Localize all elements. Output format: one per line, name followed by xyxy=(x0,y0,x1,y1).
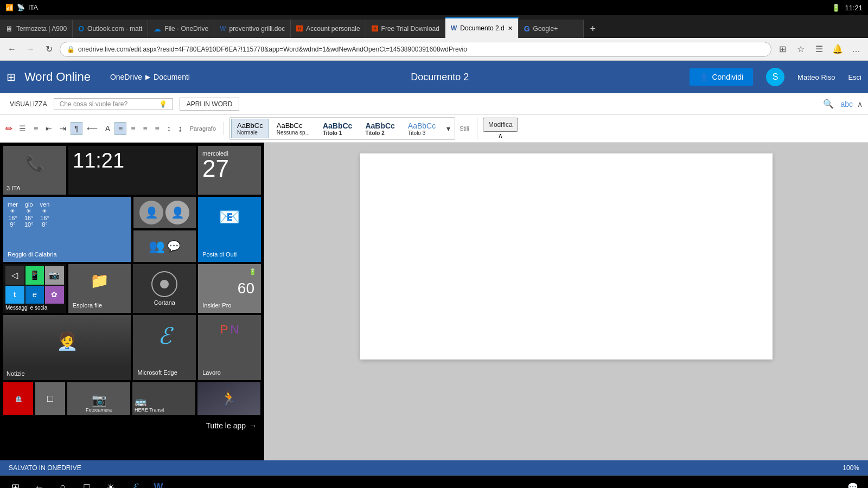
weather-mer-low: 9° xyxy=(10,221,16,228)
ribbon-search-box[interactable]: Che cosa si vuole fare? 💡 xyxy=(54,98,173,110)
ribbon-expand-icon[interactable]: ∧ xyxy=(498,132,503,139)
styles-dropdown-button[interactable]: ▾ xyxy=(443,123,454,134)
justify-button[interactable]: ≡ xyxy=(152,123,163,134)
weather-ven-icon: ☀ xyxy=(42,208,47,215)
modifica-button[interactable]: Modifica xyxy=(483,118,518,132)
tile-lavoro[interactable]: P N Lavoro xyxy=(198,315,261,380)
styles-group: AaBbCc Normale AaBbCc Nessuna sp... AaBb… xyxy=(229,117,455,140)
tile-message[interactable]: 👥 💬 xyxy=(133,230,196,262)
increase-indent-button[interactable]: ⇥ xyxy=(56,123,69,134)
share-icon: 👤 xyxy=(699,73,709,81)
favorites-button[interactable]: ☆ xyxy=(793,42,808,57)
tab-close-icon[interactable]: ✕ xyxy=(508,25,513,32)
twitter-icon: t xyxy=(14,290,16,299)
notifications-button[interactable]: 🔔 xyxy=(830,42,845,57)
here-icon: 🚌 xyxy=(135,395,146,407)
tile-calendar[interactable]: mercoledì 27 xyxy=(198,146,261,195)
ribbon-abc-icon[interactable]: abc xyxy=(838,98,855,111)
font-color-button[interactable]: A xyxy=(102,123,113,134)
tile-clock[interactable]: 11:21 xyxy=(68,146,196,195)
brightness-taskbar-button[interactable]: ☀ xyxy=(100,477,122,489)
tab-documento2[interactable]: W Documento 2.d ✕ xyxy=(445,17,519,38)
style-titolo2[interactable]: AaBbCc Titolo 2 xyxy=(360,119,400,138)
toolbar-icons: ⊞ ☆ ☰ 🔔 … xyxy=(775,42,864,57)
back-button[interactable]: ← xyxy=(4,42,20,57)
tile-fotocamera[interactable]: 📷 Fotocamera xyxy=(67,382,130,415)
tab-preventivo-label: preventivo grilli.doc xyxy=(229,25,285,33)
ribbon-search-icon[interactable]: 🔍 xyxy=(821,97,836,111)
browser-tabs: 🖥 Termozeta | A900 O Outlook.com - matt … xyxy=(0,15,868,38)
view-taskbar-button[interactable]: □ xyxy=(76,477,98,489)
posta-icon: 📧 xyxy=(219,207,240,227)
tab-outlook[interactable]: O Outlook.com - matt xyxy=(73,20,148,38)
share-button[interactable]: 👤 Condividi xyxy=(690,68,753,86)
tile-posta[interactable]: 📧 Posta di Outl xyxy=(198,197,261,262)
open-word-button[interactable]: APRI IN WORD xyxy=(180,98,240,111)
line-spacing-button[interactable]: ↕ xyxy=(164,123,174,134)
tile-notizie[interactable]: 🧑‍💼 Notizie xyxy=(3,315,131,380)
tab-account[interactable]: 🅰 Account personale xyxy=(291,20,366,38)
tab-google[interactable]: G Google+ xyxy=(519,20,584,38)
notification-button[interactable]: 💬 xyxy=(842,477,864,489)
hub-button[interactable]: ☰ xyxy=(812,42,827,57)
tile-edge[interactable]: ℰ Microsoft Edge xyxy=(133,315,196,380)
rtl-button[interactable]: ⟵ xyxy=(84,123,101,134)
paragraph-mark-button[interactable]: ¶ xyxy=(71,122,82,135)
style-titolo3[interactable]: AaBbCc Titolo 3 xyxy=(403,119,441,138)
edge-taskbar-button[interactable]: ℰ xyxy=(124,477,145,489)
style-titolo1[interactable]: AaBbCc Titolo 1 xyxy=(317,119,358,138)
style-normale[interactable]: AaBbCc Normale xyxy=(231,119,269,138)
style-nessuna[interactable]: AaBbCc Nessuna sp... xyxy=(271,119,315,138)
exit-button[interactable]: Esci xyxy=(848,73,861,81)
align-right-button[interactable]: ≡ xyxy=(139,123,150,134)
tile-phone[interactable]: 📞 3 ITA xyxy=(3,146,66,195)
tab-add-button[interactable]: + xyxy=(584,20,602,38)
reading-view-button[interactable]: ⊞ xyxy=(775,42,790,57)
align-center-button[interactable]: ≡ xyxy=(127,123,138,134)
tile-esplora[interactable]: 📁 Esplora file xyxy=(68,264,131,313)
start-button[interactable]: ⊞ xyxy=(4,477,26,489)
tab-documento2-label: Documento 2.d xyxy=(460,24,504,32)
photo-icon: 🏃 xyxy=(221,391,237,406)
align-left-button[interactable]: ≡ xyxy=(114,122,126,135)
unordered-list-button[interactable]: ☰ xyxy=(16,123,29,134)
tab-preventivo[interactable]: W preventivo grilli.doc xyxy=(214,20,291,38)
tab-documento2-icon: W xyxy=(451,24,457,32)
fotocamera-label: Fotocamera xyxy=(86,407,112,413)
edge-taskbar-icon: ℰ xyxy=(132,481,138,489)
tile-sm1[interactable]: □ xyxy=(35,382,65,415)
decrease-indent-button[interactable]: ⇤ xyxy=(42,123,55,134)
doc-page[interactable] xyxy=(360,153,773,359)
search-taskbar-button[interactable]: ○ xyxy=(52,477,74,489)
more-button[interactable]: … xyxy=(848,42,864,57)
tab-free-trial[interactable]: 🅰 Free Trial Download xyxy=(366,20,445,38)
ribbon-collapse-icon[interactable]: ∧ xyxy=(857,100,863,108)
instagram-icon: 📷 xyxy=(49,270,60,280)
forward-button[interactable]: → xyxy=(23,42,38,57)
ribbon-visualizza-tab[interactable]: VISUALIZZA xyxy=(5,98,52,110)
paragraph-spacing-button[interactable]: ↨ xyxy=(175,123,186,134)
tile-insider[interactable]: 🔋 60 Insider Pro xyxy=(198,264,261,313)
tile-weather[interactable]: mer ☀ 16° 9° gio ☀ 16° 10° ven xyxy=(3,197,131,262)
tile-social[interactable]: ◁ 📱 📷 t e xyxy=(3,264,66,313)
tab-termozeta[interactable]: 🖥 Termozeta | A900 xyxy=(0,20,73,38)
tile-cortana[interactable]: Cortana xyxy=(133,264,196,313)
tile-people[interactable]: 👤 👤 xyxy=(133,197,196,228)
breadcrumb-onedrive[interactable]: OneDrive xyxy=(110,73,142,81)
ordered-list-button[interactable]: ≡ xyxy=(30,123,41,134)
skype-icon[interactable]: S xyxy=(766,68,784,86)
unicredit-icon: 🏦 xyxy=(15,396,22,402)
tile-here-transit[interactable]: 🚌 HERE Transit xyxy=(132,382,195,415)
back-taskbar-button[interactable]: ← xyxy=(28,477,50,489)
breadcrumb-documenti[interactable]: Documenti xyxy=(154,73,190,81)
tile-row-5: 🏦 □ 📷 Fotocamera 🚌 HERE Transit xyxy=(3,382,261,415)
weather-days: mer ☀ 16° 9° gio ☀ 16° 10° ven xyxy=(8,201,127,228)
refresh-button[interactable]: ↻ xyxy=(41,42,56,57)
all-apps-link[interactable]: Tutte le app → xyxy=(3,417,261,434)
word-taskbar-button[interactable]: W xyxy=(148,477,169,489)
url-bar[interactable]: 🔒 onedrive.live.com/edit.aspx?resid=4F78… xyxy=(60,42,771,57)
tile-photo[interactable]: 🏃 xyxy=(197,382,260,415)
tab-onedrive[interactable]: ☁ File - OneDrive xyxy=(148,20,214,38)
waffle-menu-button[interactable]: ⊞ xyxy=(7,70,16,84)
tile-unicredit[interactable]: 🏦 xyxy=(3,382,33,415)
